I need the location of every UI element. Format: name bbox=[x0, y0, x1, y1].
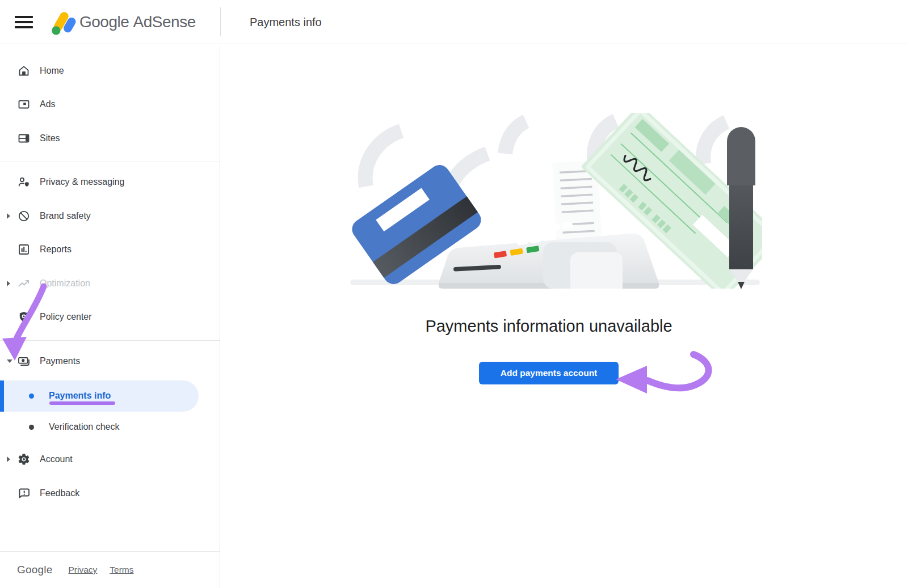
sidebar-item-label: Policy center bbox=[40, 312, 92, 322]
sidebar-item-label: Account bbox=[40, 454, 73, 464]
footer-terms-link[interactable]: Terms bbox=[110, 565, 133, 575]
sidebar-item-label: Ads bbox=[40, 99, 56, 109]
collapse-caret-icon[interactable] bbox=[7, 359, 12, 363]
hamburger-icon[interactable] bbox=[15, 16, 33, 28]
annotation-arrow-add-payments bbox=[613, 341, 727, 408]
app-header: Google AdSense Payments info bbox=[0, 0, 908, 44]
sidebar-item-brand-safety[interactable]: Brand safety bbox=[0, 199, 220, 233]
sidebar-item-feedback[interactable]: Feedback bbox=[0, 476, 220, 510]
expand-caret-icon[interactable] bbox=[7, 213, 10, 219]
adsense-logo-icon[interactable] bbox=[48, 7, 78, 37]
account-icon bbox=[17, 452, 31, 466]
main-content: Payments information unavailable Add pay… bbox=[221, 45, 908, 588]
footer-privacy-link[interactable]: Privacy bbox=[68, 565, 97, 575]
sidebar-item-payments[interactable]: Payments bbox=[0, 344, 220, 378]
add-payments-account-button[interactable]: Add payments account bbox=[479, 362, 619, 384]
sidebar-item-label: Reports bbox=[40, 244, 72, 255]
empty-state-title: Payments information unavailable bbox=[221, 317, 877, 336]
optimization-icon bbox=[17, 277, 31, 290]
payments-icon bbox=[17, 354, 31, 368]
policy-center-icon bbox=[17, 310, 31, 324]
sidebar-item-label: Home bbox=[40, 66, 64, 76]
sidebar-divider bbox=[0, 162, 220, 162]
brand-safety-icon bbox=[17, 209, 31, 223]
sidebar-item-label: Payments bbox=[40, 356, 80, 366]
expand-caret-icon[interactable] bbox=[7, 281, 10, 286]
bullet-icon bbox=[29, 425, 34, 430]
sidebar-item-label: Feedback bbox=[40, 488, 79, 498]
expand-caret-icon[interactable] bbox=[7, 456, 10, 462]
feedback-icon bbox=[17, 487, 31, 500]
page-title: Payments info bbox=[250, 0, 322, 44]
sidebar-divider bbox=[0, 340, 220, 341]
brand-wordmark: Google AdSense bbox=[79, 0, 196, 44]
payment-methods-illustration bbox=[348, 113, 762, 289]
privacy-messaging-icon bbox=[17, 175, 31, 189]
sidebar-item-optimization[interactable]: Optimization bbox=[0, 266, 220, 301]
sites-icon bbox=[17, 132, 31, 145]
selected-indicator-bar bbox=[0, 380, 4, 412]
sidebar-item-reports[interactable]: Reports bbox=[0, 233, 220, 267]
sidebar-item-label: Payments info bbox=[49, 391, 111, 401]
annotation-underline bbox=[49, 401, 115, 405]
reports-icon bbox=[17, 243, 31, 256]
sidebar-item-sites[interactable]: Sites bbox=[0, 121, 220, 155]
brand-product: AdSense bbox=[133, 13, 196, 31]
sidebar-footer: Google Privacy Terms bbox=[0, 551, 220, 588]
sidebar: Home Ads Sites Privacy & mess bbox=[0, 45, 220, 588]
sidebar-item-label: Optimization bbox=[40, 278, 90, 289]
sidebar-item-ads[interactable]: Ads bbox=[0, 88, 220, 122]
sidebar-item-label: Privacy & messaging bbox=[40, 177, 124, 187]
sidebar-item-payments-info[interactable]: Payments info bbox=[0, 380, 199, 412]
sidebar-item-verification-check[interactable]: Verification check bbox=[0, 412, 220, 443]
sidebar-item-policy-center[interactable]: Policy center bbox=[0, 301, 220, 335]
sidebar-item-label: Brand safety bbox=[40, 211, 91, 221]
header-divider bbox=[220, 7, 221, 36]
home-icon bbox=[17, 64, 31, 78]
ads-icon bbox=[17, 98, 31, 111]
sidebar-item-home[interactable]: Home bbox=[0, 54, 220, 88]
bullet-icon bbox=[29, 394, 34, 399]
sidebar-item-label: Sites bbox=[40, 133, 60, 143]
sidebar-item-label: Verification check bbox=[49, 422, 120, 432]
brand-google: Google bbox=[79, 13, 129, 31]
footer-google-wordmark: Google bbox=[17, 564, 52, 576]
sidebar-item-privacy-messaging[interactable]: Privacy & messaging bbox=[0, 166, 220, 200]
sidebar-item-account[interactable]: Account bbox=[0, 443, 220, 477]
